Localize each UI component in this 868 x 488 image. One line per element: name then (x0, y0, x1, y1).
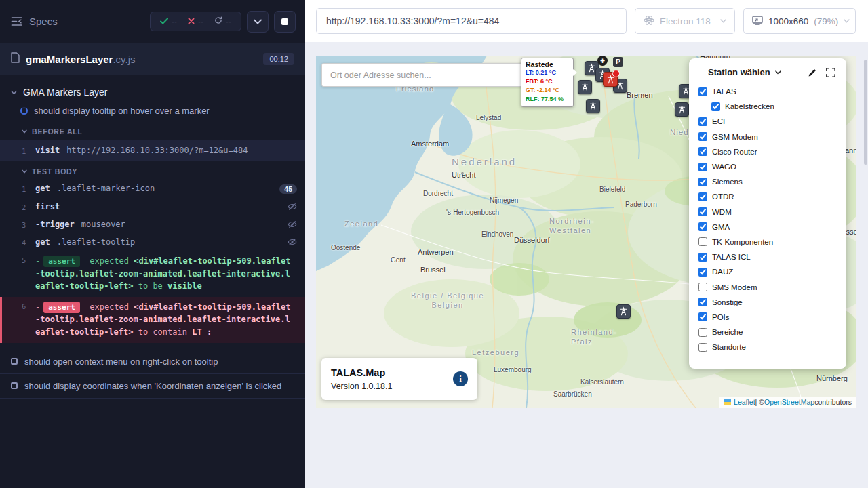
command-row[interactable]: 3-triggermouseover (0, 216, 305, 233)
map-label: Zeeland (344, 220, 378, 229)
station-checkbox-item[interactable]: WDM (698, 205, 837, 220)
leaflet-link[interactable]: Leaflet (734, 398, 755, 406)
spec-name[interactable]: gmaMarkersLayer.cy.js (26, 54, 135, 65)
map-info-card: TALAS.Map Version 1.0.18.1 i (321, 358, 477, 400)
url-bar[interactable]: http://192.168.10.33:3000/?m=12&u=484 (316, 8, 627, 34)
station-checkbox-item[interactable]: Sonstige (698, 295, 837, 310)
map-label: Nederland (452, 156, 517, 169)
test-body-section[interactable]: TEST BODY (0, 161, 305, 180)
collapse-all-button[interactable] (247, 11, 269, 33)
parking-marker-icon[interactable]: P (613, 57, 623, 67)
map-label: Nordrhein- Westfalen (549, 217, 595, 236)
map-label: Eindhoven (481, 230, 513, 239)
station-marker-icon[interactable] (578, 80, 592, 94)
cluster-plus-icon[interactable]: + (597, 56, 608, 66)
station-checkbox[interactable] (698, 237, 707, 246)
chevron-down-icon (844, 19, 850, 23)
station-checkbox[interactable] (698, 207, 707, 216)
station-checkbox-item[interactable]: Standorte (698, 340, 837, 354)
station-checkbox[interactable] (698, 178, 707, 186)
station-checkbox[interactable] (698, 328, 707, 337)
station-checkbox-item[interactable]: TALAS (698, 84, 837, 99)
pending-test-icon (11, 382, 18, 389)
station-marker-icon[interactable] (616, 304, 631, 319)
station-checkbox[interactable] (711, 102, 720, 111)
station-checkbox-item[interactable]: WAGO (698, 159, 837, 174)
station-checkbox-item[interactable]: SMS Modem (698, 279, 837, 294)
map-search-input[interactable] (321, 63, 526, 87)
map-label: Luxembourg (494, 366, 532, 375)
hovered-station-marker-icon[interactable] (603, 72, 618, 87)
map-label: Rheinland- Pfalz (571, 328, 617, 347)
before-all-section[interactable]: BEFORE ALL (0, 121, 305, 140)
station-checkbox-item[interactable]: POIs (698, 310, 837, 325)
station-checkbox-item[interactable]: Bereiche (698, 325, 837, 340)
pending-test[interactable]: should open context menu on right-click … (0, 350, 305, 373)
browser-select[interactable]: Electron 118 (635, 8, 735, 34)
station-checkbox[interactable] (698, 132, 707, 141)
station-checkbox-item[interactable]: GSM Modem (698, 129, 837, 144)
station-checkbox[interactable] (698, 283, 707, 291)
station-checkbox-item[interactable]: Siemens (698, 174, 837, 189)
specs-label[interactable]: Specs (29, 16, 58, 27)
station-marker-icon[interactable] (675, 102, 689, 117)
station-checkbox-item[interactable]: Cisco Router (698, 144, 837, 159)
fullscreen-icon[interactable] (826, 68, 835, 77)
map-label: Utrecht (452, 171, 475, 180)
pending-tests: should open context menu on right-click … (0, 350, 305, 399)
chevron-down-icon (11, 90, 17, 95)
assert-badge: assert (43, 302, 80, 313)
station-checkbox[interactable] (698, 222, 707, 231)
specs-menu-icon[interactable] (11, 16, 22, 26)
suite-title[interactable]: GMA Markers Layer (0, 81, 305, 102)
station-checkbox[interactable] (698, 87, 707, 96)
station-checkbox-item[interactable]: Kabelstrecken (711, 99, 837, 114)
active-test[interactable]: should display tooltip on hover over a m… (0, 102, 305, 121)
station-checkbox-item[interactable]: TALAS ICL (698, 249, 837, 264)
map-label: Nürnberg (816, 374, 848, 384)
info-icon[interactable]: i (453, 371, 468, 386)
pending-test-icon (11, 358, 18, 365)
pending-test[interactable]: should display coordinates when 'Koordin… (0, 373, 305, 398)
leaflet-map[interactable]: FrieslandAmsterdamLelystadNederlandUtrec… (316, 56, 856, 408)
station-checkbox[interactable] (698, 343, 707, 352)
spec-header: gmaMarkersLayer.cy.js 00:12 (0, 43, 305, 75)
map-label: Antwerpen (418, 248, 454, 258)
command-row[interactable]: 1visithttp://192.168.10.33:3000/?m=12&u=… (0, 140, 305, 161)
marker-tooltip[interactable]: Rastede LT: 0.21 °CFBT: 6 °CGT: -2.14 °C… (521, 58, 574, 107)
edit-icon[interactable] (808, 68, 817, 77)
command-row[interactable]: 4get.leaflet-tooltip (0, 233, 305, 251)
map-label: Bielefeld (599, 186, 625, 195)
station-checkbox[interactable] (698, 253, 707, 262)
map-label: Lëtzebuerg (472, 348, 519, 358)
chevron-down-icon[interactable] (775, 70, 781, 75)
station-checkbox[interactable] (698, 147, 707, 156)
command-row[interactable]: 6-assert expected <div#leaflet-tooltip-5… (0, 297, 305, 343)
station-checkbox[interactable] (698, 268, 707, 277)
station-checkbox-item[interactable]: TK-Komponenten (698, 235, 837, 249)
station-checkbox-item[interactable]: GMA (698, 220, 837, 235)
command-row[interactable]: 5-assert expected <div#leaflet-tooltip-5… (0, 251, 305, 297)
station-checkbox-item[interactable]: DAUZ (698, 264, 837, 279)
cypress-sidebar: Specs -- -- -- (0, 0, 305, 488)
scrollbar-thumb[interactable] (864, 60, 867, 165)
viewport-select[interactable]: 1000x660 (79%) (743, 8, 856, 34)
station-marker-icon[interactable] (586, 99, 600, 113)
station-checkbox[interactable] (698, 298, 707, 306)
station-checkbox[interactable] (698, 117, 707, 126)
command-row[interactable]: 1get.leaflet-marker-icon45 (0, 180, 305, 198)
chevron-down-icon (22, 169, 27, 174)
stop-button[interactable] (274, 11, 296, 33)
station-checkbox[interactable] (698, 163, 707, 171)
station-checkbox-item[interactable]: OTDR (698, 189, 837, 204)
tooltip-row: RLF: 77.54 % (526, 95, 569, 104)
osm-link[interactable]: OpenStreetMap (764, 398, 814, 406)
station-panel-title[interactable]: Station wählen (708, 67, 770, 77)
station-checkbox[interactable] (698, 192, 707, 201)
chevron-down-icon (22, 129, 27, 134)
command-row[interactable]: 2first (0, 198, 305, 216)
pending-stat: -- (214, 16, 231, 26)
stop-icon (281, 18, 288, 25)
station-checkbox[interactable] (698, 312, 707, 321)
station-checkbox-item[interactable]: ECI (698, 114, 837, 129)
